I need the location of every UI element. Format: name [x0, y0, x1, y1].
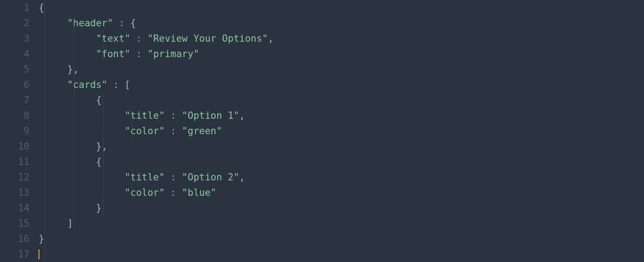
- line-number: 12: [0, 170, 29, 185]
- code-line[interactable]: ]: [39, 216, 644, 231]
- json-string: "green": [182, 126, 222, 136]
- line-number: 5: [0, 62, 29, 77]
- code-line[interactable]: "color" : "blue": [39, 185, 644, 200]
- line-number: 13: [0, 185, 29, 200]
- code-line[interactable]: },: [39, 139, 644, 154]
- line-number: 17: [0, 247, 29, 262]
- code-line[interactable]: "cards" : [: [39, 77, 644, 92]
- code-line[interactable]: },: [39, 62, 644, 77]
- json-string: "Option 2": [182, 172, 239, 183]
- colon: :: [165, 126, 182, 136]
- line-number: 3: [0, 31, 29, 46]
- json-key: "title": [125, 110, 165, 121]
- code-line[interactable]: [39, 247, 644, 262]
- line-number: 2: [0, 15, 29, 31]
- colon: :: [165, 172, 182, 183]
- line-number: 7: [0, 92, 29, 108]
- line-number: 1: [0, 0, 29, 15]
- json-string: "blue": [182, 187, 216, 198]
- colon: :: [165, 187, 182, 198]
- code-area[interactable]: { "header" : { "text" : "Review Your Opt…: [39, 0, 644, 262]
- brace-close: }: [39, 233, 44, 244]
- json-string: "Review Your Options": [147, 33, 268, 44]
- json-key: "title": [125, 172, 165, 183]
- bracket-close: ]: [67, 218, 73, 229]
- line-number-gutter: 1 2 3 4 5 6 7 8 9 10 11 12 13 14 15 16 1…: [0, 0, 39, 262]
- code-line[interactable]: }: [39, 231, 644, 247]
- line-number: 11: [0, 154, 29, 170]
- brace-open: {: [39, 2, 44, 13]
- code-line[interactable]: {: [39, 0, 644, 15]
- comma: ,: [268, 33, 274, 44]
- code-line[interactable]: "title" : "Option 2",: [39, 170, 644, 185]
- line-number: 15: [0, 216, 29, 231]
- brace-close: }: [67, 64, 73, 75]
- brace-open: {: [130, 18, 136, 29]
- comma: ,: [239, 110, 245, 121]
- code-line[interactable]: "header" : {: [39, 15, 644, 31]
- json-key: "text": [96, 33, 130, 44]
- line-number: 4: [0, 46, 29, 62]
- code-line[interactable]: "text" : "Review Your Options",: [39, 31, 644, 46]
- code-line[interactable]: {: [39, 154, 644, 170]
- bracket-open: [: [125, 79, 131, 90]
- json-string: "primary": [147, 49, 199, 59]
- brace-open: {: [96, 156, 102, 167]
- text-cursor-icon: [39, 249, 39, 259]
- brace-close: }: [96, 203, 102, 213]
- colon: :: [107, 79, 125, 90]
- code-line[interactable]: {: [39, 92, 644, 108]
- colon: :: [165, 110, 182, 121]
- code-line[interactable]: "font" : "primary": [39, 46, 644, 62]
- line-number: 8: [0, 108, 29, 123]
- json-key: "cards": [67, 79, 107, 90]
- json-key: "color": [125, 126, 165, 136]
- brace-close: }: [96, 141, 102, 152]
- json-string: "Option 1": [182, 110, 239, 121]
- code-editor[interactable]: 1 2 3 4 5 6 7 8 9 10 11 12 13 14 15 16 1…: [0, 0, 644, 262]
- comma: ,: [239, 172, 245, 183]
- colon: :: [113, 18, 130, 29]
- json-key: "font": [96, 49, 130, 59]
- line-number: 16: [0, 231, 29, 247]
- comma: ,: [102, 141, 107, 152]
- line-number: 6: [0, 77, 29, 92]
- colon: :: [130, 33, 147, 44]
- json-key: "color": [125, 187, 165, 198]
- colon: :: [130, 49, 147, 59]
- code-line[interactable]: "color" : "green": [39, 123, 644, 139]
- code-line[interactable]: }: [39, 200, 644, 216]
- line-number: 10: [0, 139, 29, 154]
- brace-open: {: [96, 95, 102, 106]
- code-line[interactable]: "title" : "Option 1",: [39, 108, 644, 123]
- line-number: 14: [0, 200, 29, 216]
- line-number: 9: [0, 123, 29, 139]
